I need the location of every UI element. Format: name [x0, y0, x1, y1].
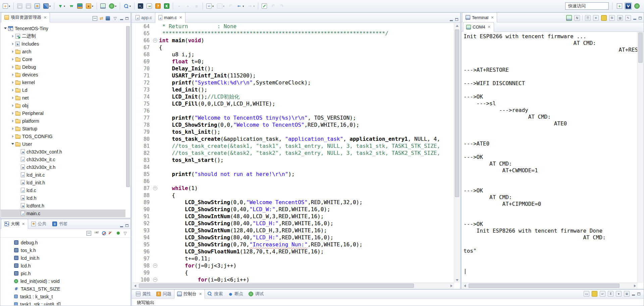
- outline-item[interactable]: debug.h: [1, 239, 130, 246]
- forward-dropdown-icon[interactable]: ▾: [253, 5, 255, 8]
- line-number[interactable]: 82: [136, 150, 152, 156]
- line-number[interactable]: 67: [136, 45, 152, 51]
- cpp-perspective-button[interactable]: [625, 2, 632, 10]
- line-number[interactable]: 100: [136, 277, 152, 283]
- line-number[interactable]: 79: [136, 129, 152, 135]
- tree-item-platform[interactable]: platform: [1, 117, 125, 125]
- collapsed-arrow-icon[interactable]: [10, 120, 15, 122]
- terminal-output[interactable]: Init ESP8266 with tencent firmware ... A…: [462, 32, 638, 283]
- line-number[interactable]: 70: [136, 66, 152, 72]
- project-tree[interactable]: TencentOS-Tiny二进制IncludesarchCoreDebugde…: [1, 23, 125, 218]
- annotation-nav-dropdown-icon[interactable]: ▾: [223, 5, 224, 8]
- outline-item[interactable]: pic.h: [1, 269, 130, 277]
- scroll-down-button[interactable]: [454, 277, 460, 283]
- maximize-icon[interactable]: [455, 18, 458, 21]
- scroll-left-button[interactable]: [462, 283, 468, 289]
- remove-terminal-icon[interactable]: ✕: [593, 15, 599, 21]
- line-number[interactable]: 76: [136, 108, 152, 114]
- tab-outline[interactable]: 大纲✕: [1, 219, 28, 229]
- view-menu-icon[interactable]: ▽: [122, 231, 128, 236]
- shift-left-button[interactable]: [184, 2, 192, 10]
- outline-item[interactable]: TASK1_STK_SIZE: [1, 285, 130, 293]
- hide-includes-icon[interactable]: [102, 231, 106, 235]
- stack-layers-button[interactable]: [76, 2, 84, 10]
- focus-view-icon[interactable]: [106, 16, 110, 20]
- line-number[interactable]: 71: [136, 73, 152, 79]
- line-number[interactable]: 96: [136, 249, 152, 255]
- line-number[interactable]: 89: [136, 199, 152, 205]
- line-number[interactable]: 81: [136, 143, 152, 149]
- scroll-lock-icon[interactable]: [592, 291, 597, 297]
- scroll-lock-icon[interactable]: [601, 15, 607, 21]
- sort-icon[interactable]: [94, 231, 99, 236]
- line-number[interactable]: 86: [136, 178, 152, 184]
- line-number[interactable]: 84: [136, 164, 152, 170]
- back-button[interactable]: ▾: [235, 2, 245, 10]
- tree-item-main-c[interactable]: main.c: [1, 209, 125, 217]
- modules-dropdown-icon[interactable]: ▾: [49, 5, 51, 8]
- scrollbar-thumb[interactable]: [638, 33, 643, 63]
- outline-item[interactable]: led_init(void) : void: [1, 277, 130, 285]
- maximize-icon[interactable]: [125, 224, 128, 227]
- outline-item[interactable]: task1 : k_task_t: [1, 293, 130, 300]
- code-area[interactable]: 64 * Return : None65 *******************…: [132, 23, 454, 283]
- word-wrap-icon[interactable]: ↵: [600, 291, 605, 297]
- debug-dropdown-icon[interactable]: ▾: [115, 5, 116, 8]
- tab-debug[interactable]: 调试: [246, 290, 266, 298]
- collapsed-arrow-icon[interactable]: [10, 35, 15, 38]
- editor-vertical-scrollbar[interactable]: [454, 23, 460, 283]
- undo-button[interactable]: [269, 2, 277, 10]
- maximize-icon[interactable]: [125, 17, 128, 20]
- tree-item-core[interactable]: Core: [1, 55, 125, 63]
- collapse-all-icon[interactable]: [93, 16, 97, 21]
- close-icon[interactable]: ✕: [488, 25, 491, 29]
- tab-search[interactable]: 搜索: [205, 290, 225, 298]
- new-connection-icon[interactable]: N: [574, 15, 580, 21]
- display-console-icon[interactable]: ▾: [616, 291, 622, 297]
- link-with-editor-icon[interactable]: ⇄: [100, 16, 103, 21]
- tree-item-tos-config[interactable]: TOS_CONFIG: [1, 132, 125, 140]
- tree-item-debug[interactable]: Debug: [1, 63, 125, 71]
- tree-item-kernel[interactable]: kernel: [1, 78, 125, 86]
- minimize-icon[interactable]: [450, 20, 453, 21]
- pin-console-icon[interactable]: ⊼: [608, 291, 613, 297]
- build-dropdown-icon[interactable]: ▾: [92, 5, 93, 8]
- annotation-nav-button[interactable]: ▾: [216, 2, 226, 10]
- outline-item[interactable]: task1_stk : uint8_t[]: [1, 300, 130, 305]
- tab-terminal[interactable]: Terminal ✕: [462, 12, 497, 22]
- tree-item-startup[interactable]: Startup: [1, 125, 125, 132]
- tree-item-arch[interactable]: arch: [1, 48, 125, 55]
- collapsed-arrow-icon[interactable]: [10, 73, 15, 76]
- tree-item-devices[interactable]: devices: [1, 71, 125, 78]
- help-doc-button[interactable]: [154, 2, 162, 10]
- hide-static-icon[interactable]: [109, 231, 114, 236]
- line-number[interactable]: 90: [136, 206, 152, 212]
- collapsed-arrow-icon[interactable]: [10, 50, 15, 53]
- tree-item-ch32v30x-it-c[interactable]: ch32v30x_it.c: [1, 156, 125, 163]
- collapsed-arrow-icon[interactable]: [10, 104, 15, 107]
- editor-tab-main-c[interactable]: main.c✕: [155, 12, 186, 23]
- collapsed-arrow-icon[interactable]: [10, 135, 15, 138]
- minimize-icon[interactable]: [632, 295, 635, 296]
- fold-marker-icon[interactable]: [152, 278, 159, 282]
- tab-bookmarks[interactable]: 书签: [49, 219, 70, 229]
- tab-console[interactable]: 控制台✕: [174, 289, 205, 299]
- download-dropdown-icon[interactable]: ▾: [64, 5, 65, 8]
- line-number[interactable]: 94: [136, 235, 152, 241]
- tree-item-lcdfont-h[interactable]: lcdfont.h: [1, 202, 125, 209]
- collapsed-arrow-icon[interactable]: [10, 127, 15, 130]
- line-number[interactable]: 83: [136, 157, 152, 163]
- line-number[interactable]: 80: [136, 136, 152, 142]
- explorer-scrollbar-thumb[interactable]: [126, 26, 130, 187]
- connect-terminal-icon[interactable]: [566, 15, 572, 21]
- line-number[interactable]: 91: [136, 213, 152, 220]
- sdk-doc-button[interactable]: [163, 2, 171, 10]
- line-number[interactable]: 74: [136, 94, 152, 100]
- outline-item[interactable]: tos_k.h: [1, 246, 130, 254]
- minimize-icon[interactable]: [633, 19, 636, 20]
- tab-breakpoints[interactable]: 断点: [225, 290, 246, 298]
- close-icon[interactable]: ✕: [179, 15, 182, 20]
- tab-project-explorer[interactable]: 项目资源管理器 ✕: [1, 12, 50, 22]
- line-number[interactable]: 72: [136, 80, 152, 86]
- scrollbar-thumb[interactable]: [455, 29, 459, 197]
